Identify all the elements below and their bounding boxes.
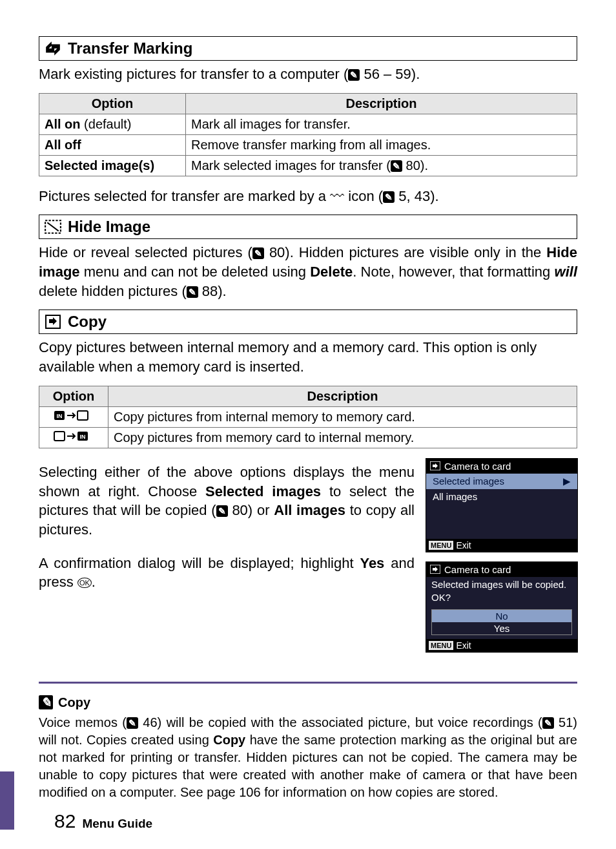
col-description: Description — [108, 386, 577, 406]
page-ref-icon: ✎ — [348, 69, 360, 81]
section-name: Menu Guide — [82, 817, 152, 831]
hide-paragraph: Hide or reveal selected pictures (✎ 80).… — [39, 243, 577, 300]
note-heading: ✎ Copy — [39, 695, 577, 710]
page-ref-icon: ✎ — [187, 286, 198, 298]
table-row: IN Copy pictures from internal memory to… — [39, 406, 577, 427]
section-title: Copy — [68, 313, 107, 331]
copy-confirm-paragraph: A confirmation dialog will be displayed;… — [39, 554, 415, 592]
table-row: All off Remove transfer marking from all… — [39, 134, 577, 155]
copy-options-table: Option Description IN Copy pictures from… — [39, 386, 577, 448]
table-row: Selected image(s) Mark selected images f… — [39, 155, 577, 176]
screen-footer: MENU Exit — [426, 539, 577, 552]
section-header-transfer: Transfer Marking — [39, 36, 577, 61]
page-ref-icon: ✎ — [127, 717, 138, 729]
card-to-memory-icon: IN — [39, 427, 108, 448]
table-row: All on (default) Mark all images for tra… — [39, 114, 577, 134]
confirm-yes[interactable]: Yes — [432, 622, 571, 634]
confirm-message: OK? — [426, 592, 577, 607]
screen-copy-menu: Camera to card Selected images ▶ All ima… — [426, 459, 577, 552]
section-header-hide: Hide Image — [39, 215, 577, 239]
side-tab — [0, 771, 14, 830]
note-icon: ✎ — [39, 695, 53, 709]
memory-to-card-icon: IN — [39, 406, 108, 427]
note-paragraph: Voice memos (✎ 46) will be copied with t… — [39, 714, 577, 801]
transfer-icon — [45, 41, 61, 56]
menu-button-icon[interactable]: MENU — [429, 541, 453, 550]
page-ref-icon: ✎ — [252, 247, 264, 259]
svg-rect-6 — [54, 432, 65, 441]
screen-copy-confirm: Camera to card Selected images will be c… — [426, 562, 577, 652]
page-number: 82 — [54, 810, 76, 832]
page-ref-icon: ✎ — [542, 717, 554, 729]
svg-text:IN: IN — [57, 413, 63, 419]
svg-rect-5 — [77, 411, 88, 420]
chevron-right-icon: ▶ — [563, 476, 571, 487]
menu-item-selected-images[interactable]: Selected images ▶ — [426, 474, 577, 489]
page-ref-icon: ✎ — [216, 505, 228, 517]
svg-line-1 — [47, 223, 58, 231]
divider — [39, 682, 577, 684]
table-row: IN Copy pictures from memory card to int… — [39, 427, 577, 448]
menu-item-all-images[interactable]: All images — [426, 489, 577, 504]
col-option: Option — [39, 386, 108, 406]
screen-title: Camera to card — [426, 562, 577, 577]
confirm-no[interactable]: No — [432, 610, 571, 622]
transfer-options-table: Option Description All on (default) Mark… — [39, 93, 577, 176]
copy-select-paragraph: Selecting either of the above options di… — [39, 463, 415, 540]
screen-footer: MENU Exit — [426, 639, 577, 652]
transfer-after: Pictures selected for transfer are marke… — [39, 187, 577, 206]
transfer-intro: Mark existing pictures for transfer to a… — [39, 65, 577, 84]
section-title: Transfer Marking — [68, 39, 192, 58]
page-footer: 82 Menu Guide — [39, 810, 577, 832]
transfer-mark-icon: 〰 — [330, 188, 344, 204]
page-ref-icon: ✎ — [391, 160, 402, 172]
svg-text:IN: IN — [80, 434, 86, 440]
col-description: Description — [186, 93, 577, 114]
hide-icon — [45, 220, 61, 234]
copy-intro: Copy pictures between internal memory an… — [39, 338, 577, 376]
page-ref-icon: ✎ — [383, 191, 395, 203]
copy-icon — [430, 565, 440, 574]
screen-title: Camera to card — [426, 459, 577, 474]
menu-button-icon[interactable]: MENU — [429, 641, 453, 650]
section-title: Hide Image — [68, 218, 150, 236]
copy-icon — [430, 461, 440, 470]
ok-button-icon: OK — [77, 578, 92, 588]
copy-icon — [45, 315, 61, 329]
section-header-copy: Copy — [39, 309, 577, 334]
confirm-message: Selected images will be copied. — [426, 577, 577, 592]
col-option: Option — [39, 93, 186, 114]
